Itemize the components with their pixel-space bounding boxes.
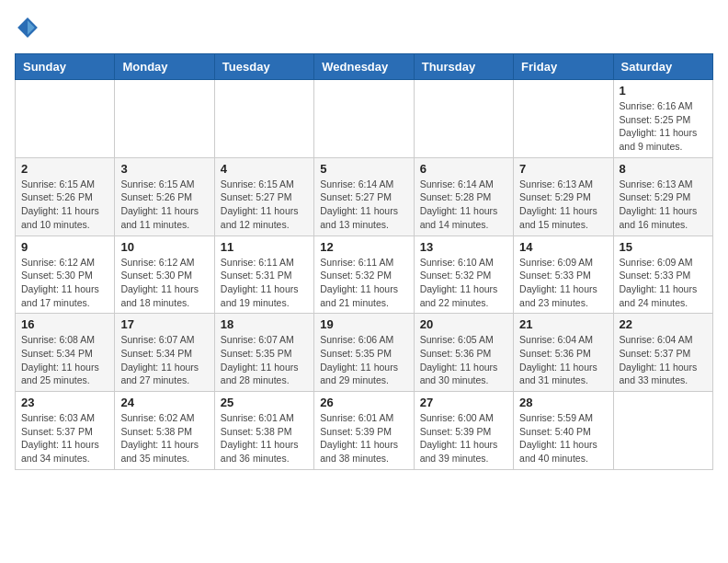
weekday-header-friday: Friday [514,54,613,80]
weekday-header-monday: Monday [115,54,214,80]
weekday-header-saturday: Saturday [613,54,712,80]
calendar-cell [314,80,414,158]
day-number: 10 [120,240,208,254]
calendar-cell: 19Sunrise: 6:06 AM Sunset: 5:35 PM Dayli… [314,314,414,392]
day-number: 23 [21,396,108,409]
day-number: 15 [620,240,707,254]
day-number: 11 [221,240,308,254]
day-info: Sunrise: 6:00 AM Sunset: 5:39 PM Dayligh… [420,411,507,465]
day-number: 13 [420,240,507,254]
week-row-4: 16Sunrise: 6:08 AM Sunset: 5:34 PM Dayli… [16,314,713,392]
day-number: 18 [221,317,308,331]
day-info: Sunrise: 6:05 AM Sunset: 5:36 PM Dayligh… [420,333,507,387]
calendar-cell: 18Sunrise: 6:07 AM Sunset: 5:35 PM Dayli… [214,314,313,392]
calendar-cell: 9Sunrise: 6:12 AM Sunset: 5:30 PM Daylig… [16,236,115,314]
day-number: 21 [519,317,607,331]
calendar-cell [514,80,613,158]
day-number: 24 [120,396,208,409]
day-number: 17 [120,317,208,331]
calendar-cell: 12Sunrise: 6:11 AM Sunset: 5:32 PM Dayli… [314,236,414,314]
calendar-cell: 20Sunrise: 6:05 AM Sunset: 5:36 PM Dayli… [414,314,513,392]
day-info: Sunrise: 6:13 AM Sunset: 5:29 PM Dayligh… [519,178,607,232]
calendar-cell: 5Sunrise: 6:14 AM Sunset: 5:27 PM Daylig… [314,157,414,236]
calendar-cell: 28Sunrise: 5:59 AM Sunset: 5:40 PM Dayli… [514,392,613,470]
calendar-cell [16,80,115,158]
calendar-cell: 1Sunrise: 6:16 AM Sunset: 5:25 PM Daylig… [613,80,712,158]
calendar-cell [414,80,513,158]
day-number: 28 [519,396,607,409]
day-info: Sunrise: 6:03 AM Sunset: 5:37 PM Dayligh… [21,411,108,465]
day-info: Sunrise: 6:12 AM Sunset: 5:30 PM Dayligh… [120,256,208,310]
day-info: Sunrise: 6:09 AM Sunset: 5:33 PM Dayligh… [620,256,707,310]
day-number: 14 [519,240,607,254]
day-info: Sunrise: 6:02 AM Sunset: 5:38 PM Dayligh… [120,411,208,465]
day-number: 3 [120,162,208,176]
week-row-5: 23Sunrise: 6:03 AM Sunset: 5:37 PM Dayli… [16,392,713,470]
day-info: Sunrise: 6:15 AM Sunset: 5:27 PM Dayligh… [221,178,308,232]
calendar-cell: 25Sunrise: 6:01 AM Sunset: 5:38 PM Dayli… [214,392,313,470]
calendar-cell: 24Sunrise: 6:02 AM Sunset: 5:38 PM Dayli… [115,392,214,470]
day-info: Sunrise: 6:01 AM Sunset: 5:39 PM Dayligh… [320,411,407,465]
day-number: 8 [620,162,707,176]
day-number: 27 [420,396,507,409]
calendar-cell: 10Sunrise: 6:12 AM Sunset: 5:30 PM Dayli… [115,236,214,314]
calendar-cell: 17Sunrise: 6:07 AM Sunset: 5:34 PM Dayli… [115,314,214,392]
calendar-cell: 26Sunrise: 6:01 AM Sunset: 5:39 PM Dayli… [314,392,414,470]
day-info: Sunrise: 6:14 AM Sunset: 5:27 PM Dayligh… [320,178,407,232]
calendar-cell: 3Sunrise: 6:15 AM Sunset: 5:26 PM Daylig… [115,157,214,236]
day-info: Sunrise: 6:01 AM Sunset: 5:38 PM Dayligh… [221,411,308,465]
day-info: Sunrise: 6:04 AM Sunset: 5:36 PM Dayligh… [519,333,607,387]
day-info: Sunrise: 6:11 AM Sunset: 5:32 PM Dayligh… [320,256,407,310]
calendar-cell [613,392,712,470]
day-info: Sunrise: 6:11 AM Sunset: 5:31 PM Dayligh… [221,256,308,310]
day-number: 7 [519,162,607,176]
day-number: 9 [21,240,108,254]
calendar-cell: 7Sunrise: 6:13 AM Sunset: 5:29 PM Daylig… [514,157,613,236]
day-info: Sunrise: 6:13 AM Sunset: 5:29 PM Dayligh… [620,178,707,232]
day-info: Sunrise: 6:09 AM Sunset: 5:33 PM Dayligh… [519,256,607,310]
day-info: Sunrise: 6:15 AM Sunset: 5:26 PM Dayligh… [21,178,108,232]
calendar-cell: 11Sunrise: 6:11 AM Sunset: 5:31 PM Dayli… [214,236,313,314]
weekday-header-thursday: Thursday [414,54,513,80]
day-number: 12 [320,240,407,254]
day-number: 22 [620,317,707,331]
day-number: 6 [420,162,507,176]
day-number: 1 [620,84,707,98]
calendar-cell: 15Sunrise: 6:09 AM Sunset: 5:33 PM Dayli… [613,236,712,314]
day-info: Sunrise: 6:04 AM Sunset: 5:37 PM Dayligh… [620,333,707,387]
week-row-3: 9Sunrise: 6:12 AM Sunset: 5:30 PM Daylig… [16,236,713,314]
day-number: 20 [420,317,507,331]
calendar-cell: 27Sunrise: 6:00 AM Sunset: 5:39 PM Dayli… [414,392,513,470]
calendar-cell: 16Sunrise: 6:08 AM Sunset: 5:34 PM Dayli… [16,314,115,392]
day-number: 4 [221,162,308,176]
day-info: Sunrise: 6:14 AM Sunset: 5:28 PM Dayligh… [420,178,507,232]
day-info: Sunrise: 6:06 AM Sunset: 5:35 PM Dayligh… [320,333,407,387]
day-number: 2 [21,162,108,176]
day-info: Sunrise: 6:08 AM Sunset: 5:34 PM Dayligh… [21,333,108,387]
day-number: 19 [320,317,407,331]
calendar-cell: 6Sunrise: 6:14 AM Sunset: 5:28 PM Daylig… [414,157,513,236]
calendar-cell [115,80,214,158]
day-info: Sunrise: 6:12 AM Sunset: 5:30 PM Dayligh… [21,256,108,310]
week-row-2: 2Sunrise: 6:15 AM Sunset: 5:26 PM Daylig… [16,157,713,236]
weekday-header-tuesday: Tuesday [214,54,313,80]
weekday-header-wednesday: Wednesday [314,54,414,80]
calendar-cell: 14Sunrise: 6:09 AM Sunset: 5:33 PM Dayli… [514,236,613,314]
calendar-cell: 23Sunrise: 6:03 AM Sunset: 5:37 PM Dayli… [16,392,115,470]
calendar-cell: 21Sunrise: 6:04 AM Sunset: 5:36 PM Dayli… [514,314,613,392]
day-number: 5 [320,162,407,176]
logo [15,15,42,44]
calendar-cell [214,80,313,158]
calendar-cell: 4Sunrise: 6:15 AM Sunset: 5:27 PM Daylig… [214,157,313,236]
day-info: Sunrise: 6:07 AM Sunset: 5:35 PM Dayligh… [221,333,308,387]
week-row-1: 1Sunrise: 6:16 AM Sunset: 5:25 PM Daylig… [16,80,713,158]
calendar-cell: 13Sunrise: 6:10 AM Sunset: 5:32 PM Dayli… [414,236,513,314]
day-info: Sunrise: 6:10 AM Sunset: 5:32 PM Dayligh… [420,256,507,310]
logo-icon [15,15,40,40]
calendar-cell: 8Sunrise: 6:13 AM Sunset: 5:29 PM Daylig… [613,157,712,236]
calendar-cell: 22Sunrise: 6:04 AM Sunset: 5:37 PM Dayli… [613,314,712,392]
calendar-cell: 2Sunrise: 6:15 AM Sunset: 5:26 PM Daylig… [16,157,115,236]
weekday-header-row: SundayMondayTuesdayWednesdayThursdayFrid… [16,54,713,80]
day-number: 26 [320,396,407,409]
weekday-header-sunday: Sunday [16,54,115,80]
